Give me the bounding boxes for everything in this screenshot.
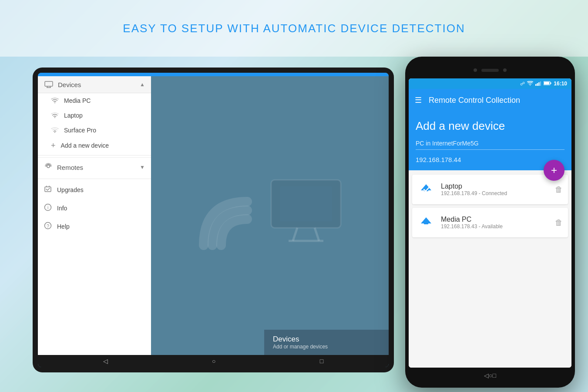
sidebar-item-info[interactable]: i Info (38, 199, 151, 217)
wifi-full-icon (51, 98, 59, 104)
svg-line-13 (315, 228, 319, 241)
help-icon: ? (44, 222, 52, 231)
signal-icon (535, 81, 541, 87)
phone-device-list: + Laptop 192.168.178.49 - Connected (409, 170, 571, 368)
recents-button[interactable]: □ (320, 358, 323, 365)
phone-app-bar: ☰ Remote Control Collection (409, 89, 571, 112)
svg-rect-16 (537, 83, 538, 86)
home-button[interactable]: ○ (212, 358, 215, 365)
device-card-media-pc-icon (417, 214, 435, 231)
tablet-device: Devices ▲ Media PC (33, 68, 394, 372)
svg-rect-18 (540, 81, 541, 86)
sidebar-item-help[interactable]: ? Help (38, 217, 151, 236)
device-card-laptop[interactable]: Laptop 192.168.178.49 - Connected 🗑 (412, 175, 568, 204)
surface-pro-label: Surface Pro (64, 127, 96, 134)
wifi-low-icon (51, 127, 59, 133)
phone-home-button[interactable]: ○ (489, 372, 492, 379)
svg-line-12 (293, 228, 297, 241)
sidebar-panel: Devices ▲ Media PC (38, 76, 151, 355)
svg-text:i: i (47, 205, 48, 210)
phone-device: ☍ (405, 57, 575, 388)
laptop-status: 192.168.178.49 - Connected (441, 190, 549, 196)
phone-speaker (481, 69, 499, 72)
laptop-name: Laptop (441, 182, 549, 190)
svg-rect-21 (544, 82, 549, 84)
sidebar-item-add-device[interactable]: + Add a new device (38, 138, 151, 153)
phone-top-bar (409, 62, 571, 78)
phone-add-device-section: Add a new device PC in InternetForMe5G 1… (409, 112, 571, 170)
sidebar-item-laptop[interactable]: Laptop (38, 108, 151, 123)
phone-camera (474, 68, 477, 72)
back-button[interactable]: ◁ (103, 358, 108, 365)
add-device-title: Add a new device (416, 119, 564, 133)
delete-laptop-button[interactable]: 🗑 (555, 185, 563, 194)
phone-nav-bar: ◁ ○ □ (471, 368, 509, 383)
tablet-top-bar (38, 73, 389, 76)
svg-point-4 (47, 165, 50, 168)
info-label: Info (57, 205, 67, 212)
info-icon: i (44, 203, 52, 213)
monitor-icon (44, 81, 54, 88)
chevron-up-icon: ▲ (140, 81, 145, 88)
svg-rect-0 (45, 81, 53, 86)
bluetooth-icon: ☍ (520, 81, 525, 87)
media-pc-name: Media PC (441, 216, 549, 223)
device-network-name: PC in InternetForMe5G (416, 140, 564, 150)
media-pc-status: 192.168.178.43 - Available (441, 223, 549, 230)
sidebar-devices-left: Devices (44, 81, 81, 88)
remotes-icon (44, 162, 53, 172)
sidebar-remotes-header[interactable]: Remotes ▼ (38, 157, 151, 177)
phone-status-bar: ☍ (409, 78, 571, 89)
svg-marker-24 (421, 217, 431, 223)
sidebar-item-surface-pro[interactable]: Surface Pro (38, 123, 151, 138)
phone-recents-button[interactable]: □ (493, 372, 496, 379)
phone-camera-2 (503, 68, 507, 72)
delete-media-pc-button[interactable]: 🗑 (555, 218, 563, 227)
device-card-media-pc-info: Media PC 192.168.178.43 - Available (441, 216, 549, 230)
help-label: Help (57, 223, 70, 230)
svg-text:?: ? (47, 223, 49, 229)
svg-rect-17 (538, 82, 540, 86)
tablet-bottom-bar: Devices Add or manage devices (264, 330, 389, 355)
upgrades-icon (44, 185, 52, 195)
tablet-bottom-title: Devices (273, 335, 380, 344)
upgrades-label: Upgrades (57, 186, 84, 193)
battery-icon (544, 81, 551, 86)
banner-text: EASY TO SETUP WITH AUTOMATIC DEVICE DETE… (123, 22, 465, 35)
device-ip: 192.168.178.44 (416, 156, 564, 170)
svg-rect-11 (280, 186, 332, 221)
tablet-content: Devices ▲ Media PC (38, 76, 389, 355)
sidebar-devices-header[interactable]: Devices ▲ (38, 76, 151, 93)
sidebar-remotes-left: Remotes (44, 162, 83, 172)
phone-back-button[interactable]: ◁ (484, 372, 489, 379)
app-bar-title: Remote Control Collection (429, 96, 565, 105)
device-card-laptop-info: Laptop 192.168.178.49 - Connected (441, 182, 549, 196)
tablet-bottom-sub: Add or manage devices (273, 344, 380, 350)
sidebar-item-media-pc[interactable]: Media PC (38, 93, 151, 108)
fab-add-button[interactable]: + (544, 160, 564, 181)
svg-rect-20 (551, 82, 551, 84)
svg-rect-5 (45, 187, 51, 192)
device-card-media-pc[interactable]: Media PC 192.168.178.43 - Available 🗑 (412, 208, 568, 237)
devices-label: Devices (58, 81, 81, 88)
monitor-large-icon (267, 176, 354, 256)
svg-rect-15 (535, 84, 537, 86)
status-time: 16:10 (554, 81, 567, 87)
add-icon: + (51, 142, 56, 149)
media-pc-label: Media PC (64, 97, 91, 104)
hamburger-menu-icon[interactable]: ☰ (415, 95, 422, 105)
top-banner: EASY TO SETUP WITH AUTOMATIC DEVICE DETE… (0, 0, 588, 57)
svg-marker-22 (421, 184, 431, 190)
device-card-laptop-icon (417, 181, 435, 198)
tablet-screen: Devices ▲ Media PC (38, 73, 389, 367)
tablet-main-area: Devices Add or manage devices (151, 76, 389, 355)
sidebar-divider-2 (38, 179, 151, 179)
wifi-status-icon (527, 81, 533, 87)
phone-screen: ☍ (409, 78, 571, 368)
sidebar-item-upgrades[interactable]: Upgrades (38, 181, 151, 199)
svg-rect-25 (424, 223, 428, 224)
tablet-nav-bar: ◁ ○ □ (38, 355, 389, 367)
laptop-label: Laptop (64, 112, 83, 119)
chevron-down-icon: ▼ (140, 164, 145, 170)
remotes-label: Remotes (57, 164, 83, 171)
